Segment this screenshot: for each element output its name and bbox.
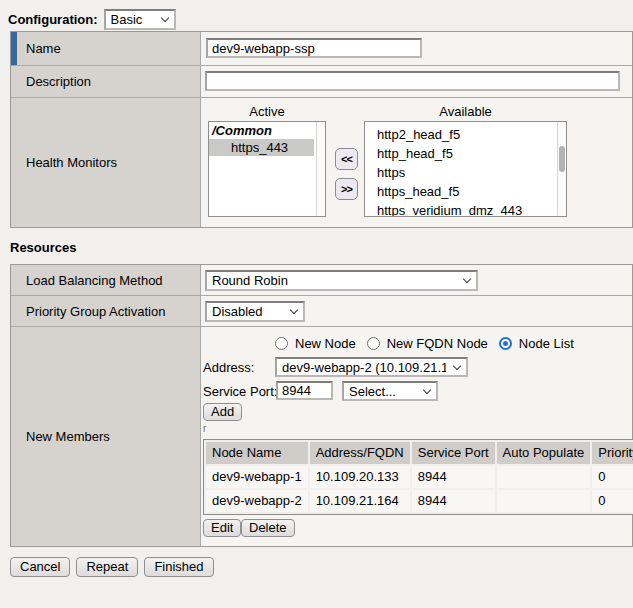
radio-new-node[interactable] <box>275 337 288 350</box>
col-header-priority[interactable]: Priority <box>592 442 633 464</box>
available-monitor-item[interactable]: https_veridium_dmz_443 <box>365 201 566 217</box>
address-select-value: dev9-webapp-2 (10.109.21.164) <box>282 360 446 375</box>
required-indicator-bar <box>11 32 17 65</box>
new-members-label: New Members <box>26 429 110 444</box>
description-input[interactable] <box>205 71 620 91</box>
active-monitor-item[interactable]: https_443 <box>209 139 314 156</box>
finished-button[interactable]: Finished <box>144 557 213 577</box>
cell-node-name: dev9-webapp-2 <box>206 490 308 512</box>
priority-group-select[interactable]: Disabled <box>205 301 305 322</box>
new-members-row: New Members New Node New FQDN Node Node … <box>11 327 632 546</box>
cell-auto-populate <box>497 490 591 512</box>
scrollbar-thumb[interactable] <box>559 146 565 172</box>
pool-configuration-page: Configuration: Basic Name Description <box>0 0 633 608</box>
move-to-available-button[interactable]: >> <box>335 178 358 200</box>
cell-address: 10.109.20.133 <box>310 466 410 488</box>
new-members-label-cell: New Members <box>11 327 201 546</box>
description-row: Description <box>11 66 632 98</box>
footer-button-bar: Cancel Repeat Finished <box>10 557 214 577</box>
priority-group-row: Priority Group Activation Disabled <box>11 296 632 327</box>
radio-node-list-label[interactable]: Node List <box>519 336 574 351</box>
col-header-service-port[interactable]: Service Port <box>412 442 495 464</box>
col-header-node-name[interactable]: Node Name <box>206 442 308 464</box>
available-monitor-item[interactable]: http2_head_f5 <box>365 125 566 144</box>
priority-group-label: Priority Group Activation <box>26 304 165 319</box>
available-monitor-item[interactable]: http_head_f5 <box>365 144 566 163</box>
priority-group-label-cell: Priority Group Activation <box>11 296 201 326</box>
chevron-down-icon <box>423 385 431 393</box>
name-row: Name <box>11 32 632 66</box>
available-list-scrollbar[interactable] <box>557 122 566 216</box>
name-input[interactable] <box>206 38 422 58</box>
service-port-input[interactable] <box>276 381 333 400</box>
service-port-select[interactable]: Select... <box>342 381 438 401</box>
radio-new-fqdn-node[interactable] <box>367 337 380 350</box>
member-row[interactable]: dev9-webapp-1 10.109.20.133 8944 0 <box>206 466 633 488</box>
cell-service-port: 8944 <box>412 466 495 488</box>
delete-button[interactable]: Delete <box>241 519 295 537</box>
available-monitors-list[interactable]: http2_head_f5 http_head_f5 https https_h… <box>364 121 567 217</box>
resources-section-title: Resources <box>10 240 76 255</box>
member-row[interactable]: dev9-webapp-2 10.109.21.164 8944 0 <box>206 490 633 512</box>
priority-group-select-value: Disabled <box>212 304 263 319</box>
configuration-select-value: Basic <box>111 12 143 27</box>
cancel-button[interactable]: Cancel <box>10 557 70 577</box>
cell-priority: 0 <box>592 466 633 488</box>
available-column-header: Available <box>364 104 567 119</box>
cell-auto-populate <box>497 466 591 488</box>
available-monitor-item[interactable]: https_head_f5 <box>365 182 566 201</box>
chevron-down-icon <box>290 306 298 314</box>
name-label-cell: Name <box>11 32 201 65</box>
configuration-label: Configuration: <box>8 12 98 27</box>
members-table: Node Name Address/FQDN Service Port Auto… <box>203 439 633 515</box>
health-monitors-value-cell: Active /Common https_443 << >> Available… <box>201 98 632 227</box>
radio-new-fqdn-node-label[interactable]: New FQDN Node <box>387 336 488 351</box>
active-column-header: Active <box>208 104 326 119</box>
edit-button[interactable]: Edit <box>203 519 241 537</box>
service-port-label: Service Port: <box>203 384 277 399</box>
cell-service-port: 8944 <box>412 490 495 512</box>
configuration-bar: Configuration: Basic <box>8 9 176 30</box>
name-label: Name <box>26 41 61 56</box>
stray-text: r <box>203 423 206 434</box>
cell-node-name: dev9-webapp-1 <box>206 466 308 488</box>
load-balancing-label-cell: Load Balancing Method <box>11 265 201 295</box>
health-monitors-label: Health Monitors <box>26 155 117 170</box>
radio-new-node-label[interactable]: New Node <box>295 336 356 351</box>
health-monitors-row: Health Monitors Active /Common https_443… <box>11 98 632 227</box>
resources-table: Load Balancing Method Round Robin Priori… <box>10 264 633 547</box>
load-balancing-value-cell: Round Robin <box>201 265 632 295</box>
address-label: Address: <box>203 360 254 375</box>
add-button[interactable]: Add <box>203 403 242 421</box>
service-port-select-value: Select... <box>349 384 396 399</box>
name-value-cell <box>201 32 632 65</box>
chevron-down-icon <box>160 14 168 22</box>
radio-node-list[interactable] <box>499 337 512 350</box>
configuration-select[interactable]: Basic <box>104 9 176 30</box>
active-monitors-list[interactable]: /Common https_443 <box>208 121 326 217</box>
chevron-down-icon <box>453 361 461 369</box>
load-balancing-select[interactable]: Round Robin <box>205 270 478 291</box>
new-members-value-cell: New Node New FQDN Node Node List Address… <box>201 327 632 546</box>
cell-address: 10.109.21.164 <box>310 490 410 512</box>
col-header-auto-populate[interactable]: Auto Populate <box>497 442 591 464</box>
repeat-button[interactable]: Repeat <box>76 557 138 577</box>
address-select[interactable]: dev9-webapp-2 (10.109.21.164) <box>275 357 468 377</box>
move-to-active-button[interactable]: << <box>335 148 358 170</box>
health-monitors-label-cell: Health Monitors <box>11 98 201 227</box>
members-table-header-row: Node Name Address/FQDN Service Port Auto… <box>206 442 633 464</box>
active-partition-group: /Common <box>209 122 325 139</box>
description-value-cell <box>201 66 632 97</box>
description-label: Description <box>26 74 91 89</box>
chevron-down-icon <box>463 275 471 283</box>
load-balancing-label: Load Balancing Method <box>26 273 163 288</box>
description-label-cell: Description <box>11 66 201 97</box>
available-monitor-item[interactable]: https <box>365 163 566 182</box>
member-type-radio-group: New Node New FQDN Node Node List <box>275 336 578 351</box>
priority-group-value-cell: Disabled <box>201 296 632 326</box>
load-balancing-row: Load Balancing Method Round Robin <box>11 265 632 296</box>
basic-properties-table: Name Description Health Monitors Active … <box>10 31 633 228</box>
col-header-address-fqdn[interactable]: Address/FQDN <box>310 442 410 464</box>
active-list-scrollbar[interactable] <box>316 122 325 216</box>
cell-priority: 0 <box>592 490 633 512</box>
